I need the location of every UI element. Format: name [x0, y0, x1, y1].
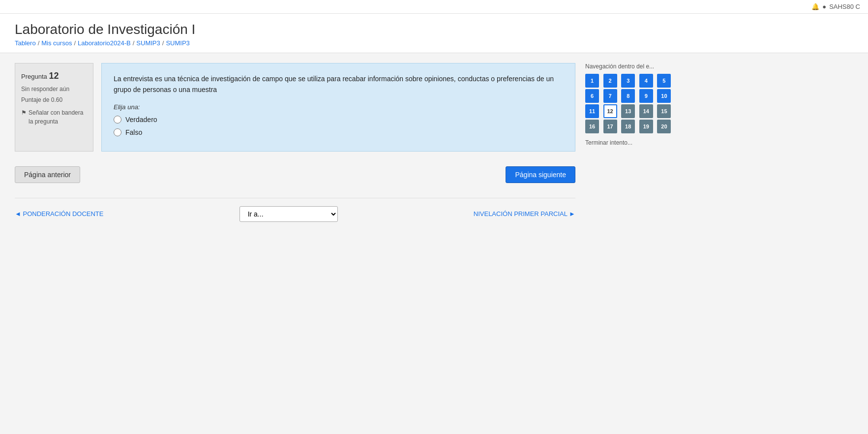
question-points: Puntaje de 0.60	[21, 95, 87, 104]
nav-cell-18[interactable]: 18	[621, 120, 635, 133]
option-verdadero[interactable]: Verdadero	[114, 116, 563, 124]
goto-select[interactable]: Ir a...	[239, 206, 338, 222]
nav-cell-3[interactable]: 3	[621, 74, 635, 88]
next-page-button[interactable]: Página siguiente	[506, 166, 575, 183]
nav-cell-14[interactable]: 14	[639, 104, 653, 118]
nav-cell-20[interactable]: 20	[657, 120, 671, 133]
user-info: 🔔 ● SAHS80 C	[811, 3, 860, 10]
nav-cell-9[interactable]: 9	[639, 89, 653, 103]
question-content: La entrevista es una técnica de investig…	[101, 63, 575, 152]
question-text: La entrevista es una técnica de investig…	[114, 73, 563, 95]
breadcrumb-tablero[interactable]: Tablero	[15, 39, 36, 47]
question-meta: Pregunta 12 Sin responder aún Puntaje de…	[15, 63, 93, 152]
flag-label: Señalar con bandera la pregunta	[29, 108, 87, 126]
footer-next-link[interactable]: NIVELACIÓN PRIMER PARCIAL ►	[474, 210, 575, 217]
footer-goto: Ir a...	[239, 206, 338, 222]
prev-page-button[interactable]: Página anterior	[15, 166, 80, 183]
flag-question[interactable]: ⚑ Señalar con bandera la pregunta	[21, 108, 87, 126]
username: SAHS80 C	[829, 3, 860, 10]
breadcrumb-mis-cursos[interactable]: Mis cursos	[41, 39, 72, 47]
nav-cell-1[interactable]: 1	[585, 74, 599, 88]
nav-cell-12[interactable]: 12	[603, 104, 617, 118]
nav-cell-13[interactable]: 13	[621, 104, 635, 118]
user-icon: ●	[822, 3, 826, 10]
breadcrumb-sumip3-2[interactable]: SUMIP3	[166, 39, 189, 47]
sidebar-title: Navegación dentro del e...	[585, 63, 674, 70]
nav-grid: 1234567891011121314151617181920	[585, 74, 674, 133]
question-number: 12	[49, 71, 59, 81]
nav-cell-17[interactable]: 17	[603, 120, 617, 133]
nav-cell-16[interactable]: 16	[585, 120, 599, 133]
label-verdadero[interactable]: Verdadero	[125, 116, 157, 124]
terminate-link[interactable]: Terminar intento...	[585, 139, 632, 146]
nav-cell-19[interactable]: 19	[639, 120, 653, 133]
page-title: Laboratorio de Investigación I	[15, 22, 853, 37]
sidebar: Navegación dentro del e... 1234567891011…	[585, 63, 674, 230]
question-block: Pregunta 12 Sin responder aún Puntaje de…	[15, 63, 575, 152]
option-falso[interactable]: Falso	[114, 128, 563, 136]
nav-cell-6[interactable]: 6	[585, 89, 599, 103]
nav-cell-8[interactable]: 8	[621, 89, 635, 103]
quiz-area: Pregunta 12 Sin responder aún Puntaje de…	[15, 63, 575, 230]
question-label: Pregunta 12	[21, 69, 87, 83]
question-status: Sin responder aún	[21, 85, 87, 93]
radio-verdadero[interactable]	[114, 116, 121, 124]
flag-icon: ⚑	[21, 108, 27, 117]
nav-cell-15[interactable]: 15	[657, 104, 671, 118]
bell-icon: 🔔	[811, 3, 819, 10]
nav-cell-5[interactable]: 5	[657, 74, 671, 88]
nav-cell-11[interactable]: 11	[585, 104, 599, 118]
nav-cell-10[interactable]: 10	[657, 89, 671, 103]
breadcrumb-laboratorio[interactable]: Laboratorio2024-B	[78, 39, 131, 47]
breadcrumb-sumip3-1[interactable]: SUMIP3	[136, 39, 160, 47]
page-header: Laboratorio de Investigación I Tablero /…	[0, 14, 868, 53]
nav-cell-7[interactable]: 7	[603, 89, 617, 103]
nav-cell-4[interactable]: 4	[639, 74, 653, 88]
radio-falso[interactable]	[114, 128, 121, 136]
nav-buttons: Página anterior Página siguiente	[15, 166, 575, 183]
footer-prev-link[interactable]: ◄ PONDERACIÓN DOCENTE	[15, 210, 103, 217]
label-falso[interactable]: Falso	[125, 128, 142, 136]
breadcrumb: Tablero / Mis cursos / Laboratorio2024-B…	[15, 39, 853, 47]
nav-cell-2[interactable]: 2	[603, 74, 617, 88]
choose-label: Elija una:	[114, 103, 563, 111]
footer-nav: ◄ PONDERACIÓN DOCENTE Ir a... NIVELACIÓN…	[15, 198, 575, 230]
